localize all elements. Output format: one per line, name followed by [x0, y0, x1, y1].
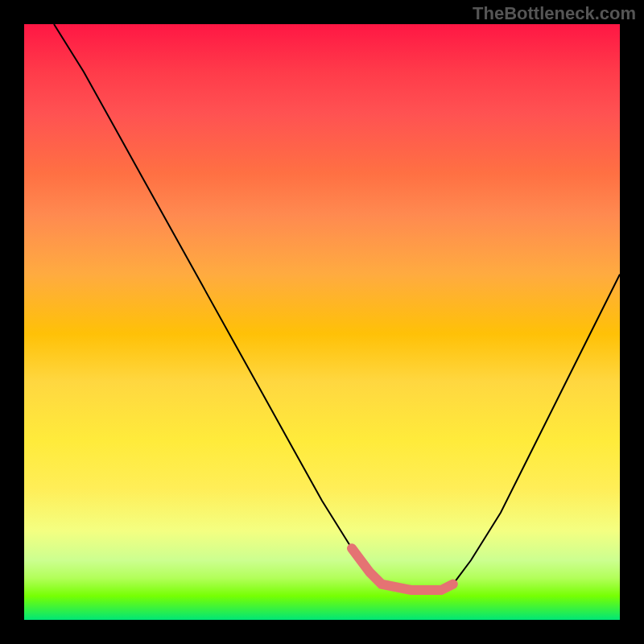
main-curve — [54, 24, 620, 590]
watermark-text: TheBottleneck.com — [473, 3, 636, 24]
highlight-segment — [352, 548, 453, 590]
chart-svg — [24, 24, 620, 620]
chart-plot-area — [24, 24, 620, 620]
